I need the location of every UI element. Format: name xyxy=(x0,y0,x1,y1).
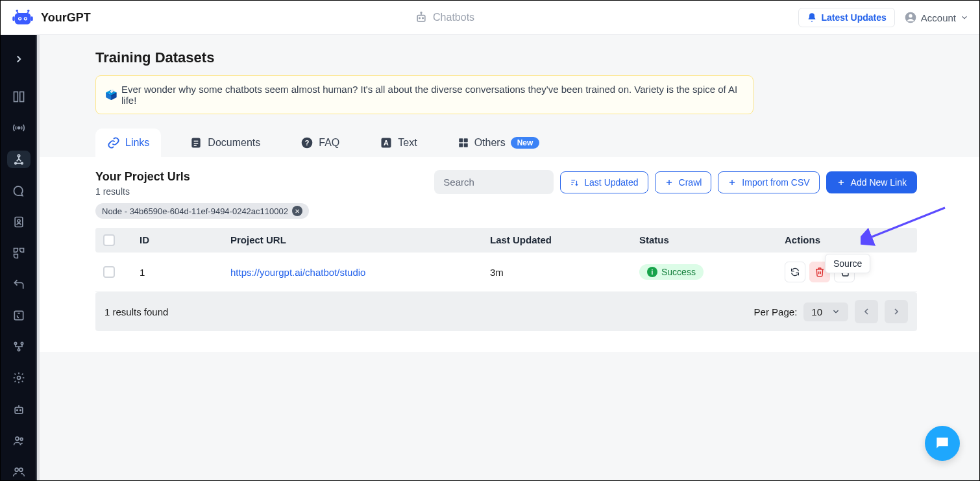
account-button[interactable]: Account xyxy=(904,11,969,24)
svg-text:A: A xyxy=(384,139,389,147)
sidebar-item-members[interactable] xyxy=(7,463,31,480)
row-updated: 3m xyxy=(490,267,639,278)
sidebar-item-reply[interactable] xyxy=(7,276,31,293)
svg-point-21 xyxy=(18,155,19,157)
svg-point-7 xyxy=(16,10,19,12)
search-input[interactable] xyxy=(434,170,554,194)
row-url-link[interactable]: https://yourgpt.ai/chatbot/studio xyxy=(230,267,490,278)
filter-chip-remove-icon[interactable]: ✕ xyxy=(292,206,302,216)
sidebar-item-team[interactable] xyxy=(7,432,31,449)
svg-rect-48 xyxy=(463,138,467,142)
sidebar-item-bot[interactable] xyxy=(7,401,31,418)
tab-links-label: Links xyxy=(125,137,149,149)
tab-faq[interactable]: ? FAQ xyxy=(289,129,351,157)
new-badge: New xyxy=(511,137,540,149)
brand-logo-icon xyxy=(11,8,34,27)
source-tooltip: Source xyxy=(825,254,870,273)
col-actions: Actions xyxy=(785,234,914,246)
brand-name: YourGPT xyxy=(41,11,91,25)
select-all-checkbox[interactable] xyxy=(103,234,115,246)
add-link-button[interactable]: Add New Link xyxy=(826,171,917,193)
per-page-value: 10 xyxy=(811,306,822,317)
status-label: Success xyxy=(661,267,696,277)
header-right: Latest Updates Account xyxy=(798,8,969,27)
results-count: 1 results xyxy=(95,186,309,197)
chevron-down-icon xyxy=(960,13,969,22)
col-id: ID xyxy=(140,234,230,246)
latest-updates-label: Latest Updates xyxy=(821,12,886,23)
svg-point-12 xyxy=(419,18,421,19)
info-icon: i xyxy=(647,267,657,277)
svg-point-15 xyxy=(421,12,422,14)
prev-page-button[interactable] xyxy=(855,300,878,323)
user-icon xyxy=(904,11,917,24)
header-center-label: Chatbots xyxy=(433,12,474,23)
tab-documents[interactable]: Documents xyxy=(178,129,272,157)
tooltip-text: Source xyxy=(833,258,862,269)
link-icon xyxy=(107,136,120,149)
svg-point-3 xyxy=(19,18,20,19)
tabs: Links Documents ? FAQ A Text xyxy=(95,129,965,157)
svg-point-17 xyxy=(909,14,912,18)
sort-last-updated-button[interactable]: Last Updated xyxy=(560,171,648,193)
col-status: Status xyxy=(639,234,785,246)
tab-links[interactable]: Links xyxy=(95,129,161,157)
top-header: YourGPT Chatbots Latest Updates Account xyxy=(1,1,979,35)
svg-point-38 xyxy=(19,468,23,471)
svg-text:?: ? xyxy=(305,139,310,147)
bell-icon xyxy=(807,12,817,23)
sidebar-item-contacts[interactable] xyxy=(7,214,31,230)
sidebar-item-live[interactable] xyxy=(7,119,31,136)
banner-emoji-icon: 🗳️ xyxy=(105,89,117,101)
svg-rect-50 xyxy=(463,143,467,147)
col-url: Project URL xyxy=(230,234,490,246)
sidebar-item-functions[interactable] xyxy=(7,307,31,324)
svg-point-29 xyxy=(18,349,19,351)
sidebar-item-integrations[interactable] xyxy=(7,245,31,262)
chevron-down-icon xyxy=(831,307,840,316)
sidebar-expand-toggle[interactable] xyxy=(7,51,31,68)
crawl-button[interactable]: Crawl xyxy=(655,171,712,193)
import-csv-label: Import from CSV xyxy=(742,177,809,188)
add-link-label: Add New Link xyxy=(851,177,907,188)
info-banner: 🗳️ Ever wonder why some chatbots seem al… xyxy=(95,75,753,114)
next-page-button[interactable] xyxy=(885,300,908,323)
tab-text[interactable]: A Text xyxy=(368,129,428,157)
section-title: Your Project Urls xyxy=(95,170,309,184)
sidebar-item-flows[interactable] xyxy=(7,338,31,355)
svg-point-35 xyxy=(16,437,19,440)
left-sidebar xyxy=(1,35,37,480)
status-badge: i Success xyxy=(639,264,704,280)
row-id: 1 xyxy=(140,267,230,278)
svg-point-4 xyxy=(25,18,26,19)
row-checkbox[interactable] xyxy=(103,266,115,278)
col-updated: Last Updated xyxy=(490,234,639,246)
grid-icon xyxy=(458,137,469,149)
toolbar: Your Project Urls 1 results Node - 34b65… xyxy=(95,170,917,219)
header-center[interactable]: Chatbots xyxy=(415,11,474,24)
svg-rect-0 xyxy=(15,13,31,25)
svg-point-36 xyxy=(20,438,23,440)
text-icon: A xyxy=(380,136,393,149)
sidebar-item-training[interactable] xyxy=(7,151,31,167)
filter-chip[interactable]: Node - 34b6590e-604d-11ef-9494-0242ac110… xyxy=(95,203,309,219)
svg-rect-41 xyxy=(194,143,199,144)
sidebar-item-dashboard[interactable] xyxy=(7,88,31,105)
brand-block[interactable]: YourGPT xyxy=(11,8,91,27)
import-csv-button[interactable]: Import from CSV xyxy=(718,171,819,193)
svg-point-37 xyxy=(15,468,18,471)
svg-rect-19 xyxy=(20,92,24,102)
svg-point-28 xyxy=(21,343,23,345)
svg-rect-6 xyxy=(31,16,33,21)
plus-icon xyxy=(665,178,674,187)
per-page-select[interactable]: 10 xyxy=(803,302,848,321)
refresh-button[interactable] xyxy=(785,262,805,282)
svg-point-25 xyxy=(18,219,20,222)
latest-updates-button[interactable]: Latest Updates xyxy=(798,8,894,27)
sidebar-item-settings[interactable] xyxy=(7,369,31,386)
sidebar-item-conversations[interactable] xyxy=(7,182,31,199)
chat-fab[interactable] xyxy=(925,426,960,461)
svg-rect-42 xyxy=(194,145,197,146)
tab-others[interactable]: Others New xyxy=(446,129,552,156)
filter-chip-label: Node - 34b6590e-604d-11ef-9494-0242ac110… xyxy=(102,206,288,216)
